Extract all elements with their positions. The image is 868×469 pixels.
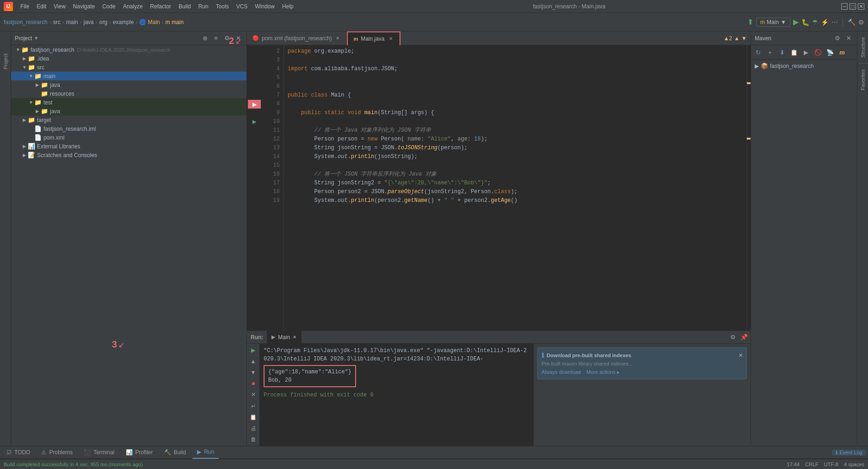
- tree-root[interactable]: ▼ 📁 fastjson_research D:\IntelliJ-IDEA-2…: [11, 45, 246, 54]
- event-log-btn[interactable]: ℹ Event Log: [832, 450, 866, 456]
- menu-view[interactable]: View: [50, 0, 69, 13]
- run-config[interactable]: m Main ▼: [756, 18, 790, 27]
- project-dropdown-icon[interactable]: ▼: [34, 36, 38, 41]
- run-settings-btn[interactable]: ⚙: [728, 333, 738, 342]
- rerun-btn[interactable]: ▶: [248, 346, 259, 355]
- hide-panel-btn[interactable]: ✕: [234, 34, 243, 43]
- breadcrumb-example[interactable]: example: [113, 19, 134, 25]
- print-btn[interactable]: 🖨: [248, 424, 259, 433]
- menu-navigate[interactable]: Navigate: [69, 0, 98, 13]
- vcs-update-icon[interactable]: ⬆: [747, 18, 753, 26]
- maven-toggle-offline[interactable]: 📡: [825, 47, 835, 57]
- tree-scratches[interactable]: ▶ 📝 Scratches and Consoles: [11, 151, 246, 159]
- menu-file[interactable]: File: [17, 0, 33, 13]
- pin-btn[interactable]: 📋: [248, 413, 259, 422]
- maven-skip-tests-btn[interactable]: 🚫: [813, 47, 823, 57]
- breadcrumb-java[interactable]: java: [84, 19, 94, 25]
- menu-build[interactable]: Build: [175, 0, 195, 13]
- menu-tools[interactable]: Tools: [212, 0, 233, 13]
- tree-test[interactable]: ▼ 📁 test: [11, 98, 246, 107]
- favorites-tab[interactable]: Favorites: [858, 66, 868, 94]
- line-ending[interactable]: CRLF: [805, 462, 819, 467]
- terminal-tab[interactable]: ⬛ Terminal: [79, 446, 119, 459]
- tree-java-main[interactable]: ▶ 📁 java: [11, 80, 246, 89]
- tree-resources[interactable]: ▶ 📁 resources: [11, 89, 246, 98]
- main-tab-close[interactable]: ✕: [388, 36, 394, 42]
- menu-code[interactable]: Code: [98, 0, 119, 13]
- menu-refactor[interactable]: Refactor: [147, 0, 175, 13]
- run-btn[interactable]: ▶: [793, 18, 799, 26]
- collapse-all-btn[interactable]: ≡: [211, 34, 221, 43]
- menu-help[interactable]: Help: [278, 0, 297, 13]
- always-download-link[interactable]: Always download: [542, 369, 581, 375]
- menu-run[interactable]: Run: [195, 0, 212, 13]
- run-tab-close[interactable]: ✕: [293, 335, 296, 340]
- run-gutter-9[interactable]: ▶: [252, 117, 256, 126]
- build-project-btn[interactable]: 🔨: [848, 18, 856, 26]
- minimize-btn[interactable]: ─: [841, 3, 848, 10]
- todo-tab[interactable]: ☑ TODO: [2, 446, 35, 459]
- maven-run-btn[interactable]: ▶: [801, 47, 811, 57]
- project-settings-btn[interactable]: ⚙: [222, 34, 232, 43]
- warning-nav-down[interactable]: ▼: [741, 35, 747, 42]
- indent-info[interactable]: 4 spaces: [844, 462, 864, 467]
- tree-java-test[interactable]: ▶ 📁 java: [11, 107, 246, 116]
- menu-vcs[interactable]: VCS: [233, 0, 252, 13]
- tree-idea[interactable]: ▶ 📁 .idea: [11, 54, 246, 63]
- breadcrumb-project[interactable]: fastjson_research: [4, 19, 48, 25]
- tree-pom[interactable]: ▶ 📄 pom.xml: [11, 133, 246, 142]
- pom-tab-close[interactable]: ✕: [334, 35, 341, 42]
- problems-tab[interactable]: ⚠ Problems: [37, 446, 77, 459]
- tree-external-libs[interactable]: ▶ 📊 External Libraries: [11, 142, 246, 151]
- coverage-btn[interactable]: ☂: [812, 18, 818, 26]
- tree-iml[interactable]: ▶ 📄 fastjson_research.iml: [11, 124, 246, 133]
- project-tab-label[interactable]: Project: [1, 50, 10, 73]
- scroll-down-btn[interactable]: ▼: [248, 368, 259, 377]
- tree-main[interactable]: ▼ 📁 main: [11, 72, 246, 80]
- more-actions-link[interactable]: More actions ▸: [586, 369, 620, 375]
- notification-close[interactable]: ✕: [739, 353, 743, 359]
- settings-btn[interactable]: ⚙: [858, 18, 864, 26]
- menu-analyze[interactable]: Analyze: [119, 0, 147, 13]
- maven-add-btn[interactable]: 📋: [789, 47, 799, 57]
- stop-btn[interactable]: ■: [248, 379, 259, 388]
- maven-hide-btn[interactable]: ✕: [844, 34, 853, 43]
- maven-generate-btn[interactable]: +: [765, 47, 775, 57]
- breadcrumb-main-class[interactable]: 🌀 Main: [139, 19, 160, 25]
- breadcrumb-org[interactable]: org: [99, 19, 107, 25]
- run-bottom-tab[interactable]: ▶ Run: [192, 446, 219, 459]
- tree-target[interactable]: ▶ 📁 target: [11, 116, 246, 124]
- run-line-9-icon[interactable]: ▶: [252, 119, 256, 125]
- menu-window[interactable]: Window: [251, 0, 278, 13]
- tree-src[interactable]: ▼ 📁 src: [11, 63, 246, 72]
- charset[interactable]: UTF-8: [824, 462, 838, 467]
- code-area[interactable]: package org.example; import com.alibaba.…: [284, 45, 751, 330]
- profiler-tab[interactable]: 📊 Profiler: [121, 446, 158, 459]
- more-run-btn[interactable]: ⋯: [831, 18, 838, 26]
- locate-file-btn[interactable]: ⊕: [200, 34, 209, 43]
- warning-nav-up[interactable]: ▲: [734, 35, 739, 42]
- breadcrumb-src[interactable]: src: [53, 19, 61, 25]
- maven-reload-btn[interactable]: ↻: [753, 47, 763, 57]
- build-status[interactable]: Build completed successfully in 4 sec, 9…: [4, 462, 143, 467]
- maven-settings-btn[interactable]: ⚙: [833, 34, 842, 43]
- menu-edit[interactable]: Edit: [33, 0, 50, 13]
- tab-main[interactable]: m Main.java ✕ 1: [347, 31, 400, 45]
- run-config-dropdown[interactable]: ▼: [781, 19, 786, 25]
- run-line-7-btn[interactable]: ▶: [248, 100, 261, 109]
- tab-pom[interactable]: 🔴 pom.xml (fastjson_research) ✕: [247, 31, 347, 45]
- run-tab-main[interactable]: ▶ Main ✕: [267, 331, 302, 344]
- build-tab[interactable]: 🔨 Build: [160, 446, 191, 459]
- maven-m-btn[interactable]: m: [837, 47, 847, 57]
- run-pin-btn[interactable]: 📌: [739, 333, 749, 342]
- maven-project-root[interactable]: ▶ 📦 fastjson_research: [753, 61, 855, 70]
- maximize-btn[interactable]: □: [850, 3, 856, 10]
- clear-btn[interactable]: 🗑: [248, 435, 259, 444]
- breadcrumb-main-method[interactable]: m main: [166, 19, 184, 25]
- maven-download-btn[interactable]: ⬇: [777, 47, 787, 57]
- scroll-up-btn[interactable]: ▲: [248, 357, 259, 366]
- structure-tab[interactable]: Structure: [858, 33, 868, 61]
- close-btn[interactable]: ✕: [248, 390, 259, 399]
- debug-btn[interactable]: 🐛: [801, 18, 809, 26]
- close-window-btn[interactable]: ✕: [858, 3, 864, 10]
